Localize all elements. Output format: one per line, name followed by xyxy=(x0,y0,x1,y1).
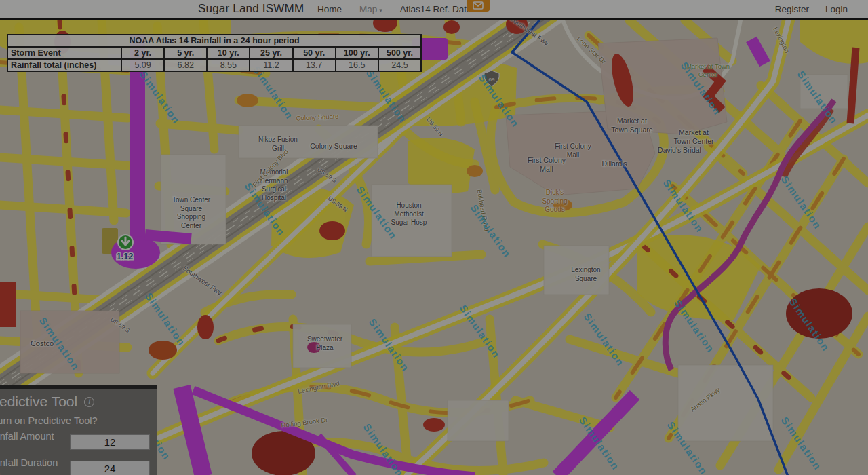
label-colony-square-street: Colony Square xyxy=(296,112,338,122)
col-header: 10 yr. xyxy=(207,47,250,59)
rainfall-value: 5.09 xyxy=(121,59,164,71)
register-link[interactable]: Register xyxy=(775,4,809,14)
col-header: 500 yr. xyxy=(378,47,421,59)
label-costco: Costco xyxy=(31,339,54,349)
rainfall-value: 8.55 xyxy=(207,59,250,71)
rainfall-duration-row: Rainfall Duration (hr) xyxy=(0,457,150,475)
label-lexington-top: Lexington xyxy=(771,26,791,54)
label-market-town-square: Market at Town Square xyxy=(611,117,652,134)
label-nikoz-fusion-grill: Nikoz Fusion Grill xyxy=(258,136,298,153)
label-southwest-fwy-1: Southwest Fwy xyxy=(181,264,224,297)
nav-item-atlas14[interactable]: Atlas14 Ref. Data xyxy=(400,4,472,14)
label-austin-pkwy: Austin Pkwy xyxy=(689,386,722,414)
rainfall-amount-input[interactable] xyxy=(70,434,150,450)
predictive-tool-panel: Predictive Tool i Turn on Predictive Too… xyxy=(0,385,157,475)
chevron-down-icon: ▾ xyxy=(379,7,382,14)
label-memorial-hermann: Memorial Hermann Surgical Hospital xyxy=(260,168,288,202)
label-market-town-center: Market at Town Center xyxy=(674,128,714,146)
label-first-colony-mall-1: First Colony Mall xyxy=(555,142,591,159)
predictive-tool-toggle-label: Turn on Predictive Tool? xyxy=(0,415,150,426)
label-us59-s-1: US-59 S xyxy=(316,166,338,184)
rainfall-total-header: Rainfall total (inches) xyxy=(7,59,121,71)
table-row: Storm Event 2 yr. 5 yr. 10 yr. 25 yr. 50… xyxy=(7,47,421,59)
info-icon[interactable]: i xyxy=(84,397,94,407)
nav-item-home[interactable]: Home xyxy=(317,4,342,14)
rainfall-table: NOAA Atlas 14 Rainfall in a 24 hour peri… xyxy=(7,34,422,72)
label-davids-bridal: David's Bridal xyxy=(658,146,701,155)
rainfall-table-title: NOAA Atlas 14 Rainfall in a 24 hour peri… xyxy=(7,35,421,47)
label-southwest-fwy-2: Southwest Fwy xyxy=(508,20,551,48)
label-us59-n-1: US-59 N xyxy=(327,195,349,213)
col-header: 25 yr. xyxy=(250,47,292,59)
label-sweetwater-plaza: Sweetwater Plaza xyxy=(307,335,342,352)
label-lone-star-dr: Lone Star Dr xyxy=(575,35,608,65)
app-root: { "navbar": { "title": "Sugar Land ISWMM… xyxy=(0,0,868,475)
rainfall-duration-input[interactable] xyxy=(70,461,150,475)
alert-button[interactable] xyxy=(467,0,490,12)
nav-item-map[interactable]: Map▾ xyxy=(359,4,382,14)
rainfall-amount-label: Rainfall Amount (in) xyxy=(0,431,70,453)
label-market-town-center-green: Market at Town Center xyxy=(686,62,730,79)
label-lexington-square: Lexington Square xyxy=(571,266,600,283)
label-houston-methodist: Houston Methodist Sugar Hosp xyxy=(391,202,427,227)
table-row: Rainfall total (inches) 5.09 6.82 8.55 1… xyxy=(7,59,421,71)
login-link[interactable]: Login xyxy=(825,4,848,14)
nav-menu: Home Map▾ Atlas14 Ref. Data xyxy=(317,4,472,14)
col-header: 50 yr. xyxy=(293,47,336,59)
col-header: 100 yr. xyxy=(336,47,378,59)
col-header: 5 yr. xyxy=(164,47,207,59)
predictive-tool-title: Predictive Tool xyxy=(0,394,77,410)
rainfall-value: 24.5 xyxy=(378,59,421,71)
label-us59-s-2: US-59 S xyxy=(109,316,131,334)
rainfall-value: 11.2 xyxy=(250,59,292,71)
label-first-colony-blvd: First Colony Blvd xyxy=(251,148,290,189)
rainfall-duration-label: Rainfall Duration (hr) xyxy=(0,457,70,475)
label-dillards: Dillard's xyxy=(601,159,627,168)
label-lexington-blvd: Lexington Blvd xyxy=(297,379,340,396)
rainfall-amount-row: Rainfall Amount (in) xyxy=(0,431,150,453)
label-colony-square: Colony Square xyxy=(310,142,357,151)
label-dicks-sporting-goods: Dick's Sporting Goods xyxy=(542,189,567,214)
storm-event-header: Storm Event xyxy=(7,47,121,59)
envelope-icon xyxy=(473,1,484,10)
nav-right: Register Login xyxy=(775,4,848,14)
app-title: Sugar Land ISWMM xyxy=(198,2,304,16)
top-navbar: Sugar Land ISWMM Home Map▾ Atlas14 Ref. … xyxy=(0,0,868,20)
rainfall-value: 13.7 xyxy=(293,59,336,71)
label-bullhead-road: Bullhead Road xyxy=(475,189,491,231)
label-town-center-square: Town Center Square Shopping Center xyxy=(172,196,210,230)
rainfall-value: 16.5 xyxy=(336,59,378,71)
label-rolling-brook-dr: Rolling Brook Dr xyxy=(281,416,328,430)
col-header: 2 yr. xyxy=(121,47,164,59)
rainfall-value: 6.82 xyxy=(164,59,207,71)
label-us59-n-2: US-59 N xyxy=(425,116,444,138)
label-first-colony-mall-2: First Colony Mall xyxy=(528,156,566,174)
